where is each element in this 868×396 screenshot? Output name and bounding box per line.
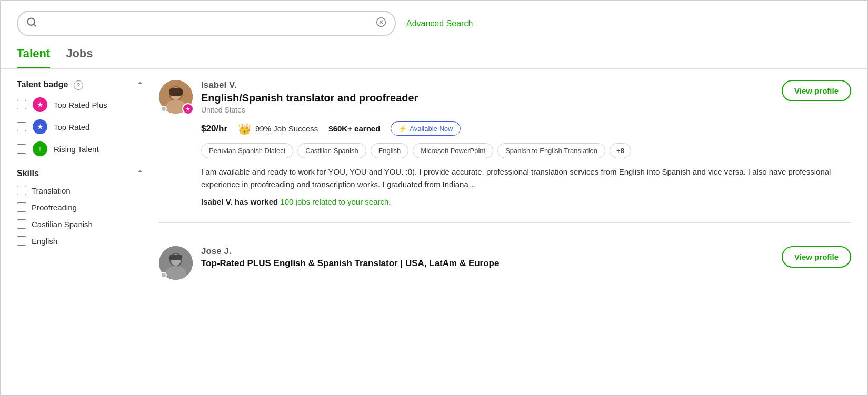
results-container: ★ Isabel V. English/Spanish translator a… <box>159 80 851 280</box>
avatar-jose <box>159 246 193 280</box>
svg-line-1 <box>34 24 36 26</box>
skill-tag-4-isabel: Spanish to English Translation <box>497 143 605 158</box>
checkbox-english[interactable] <box>17 236 26 246</box>
talent-badge-filter: Talent badge ? ⌃ ★ Top Rated Plus ★ Top … <box>17 80 143 156</box>
top-rated-badge-icon: ★ <box>33 119 47 134</box>
rising-talent-label: Rising Talent <box>54 145 99 154</box>
freelancer-name-isabel: Isabel V. <box>201 80 418 90</box>
status-dot-jose <box>161 272 167 278</box>
crown-icon-isabel: 👑 <box>238 123 251 135</box>
skills-chevron: ⌃ <box>137 169 143 178</box>
rising-talent-badge-icon: ↑ <box>33 141 47 156</box>
freelancer-title-isabel: English/Spanish translator and proofread… <box>201 92 418 104</box>
filter-skill-castilian-spanish: Castilian Spanish <box>17 219 143 229</box>
filter-skill-proofreading: Proofreading <box>17 202 143 212</box>
job-success-pct-isabel: 99% Job Success <box>255 124 318 133</box>
skill-english-label: English <box>32 237 57 246</box>
job-success-isabel: 👑 99% Job Success <box>238 123 318 135</box>
available-now-label-isabel: Available Now <box>410 125 453 133</box>
skills-header[interactable]: Skills ⌃ <box>17 169 143 178</box>
tab-jobs[interactable]: Jobs <box>66 42 93 68</box>
talent-badge-help-icon[interactable]: ? <box>74 80 83 90</box>
search-container: spanish translator Advanced Search <box>1 1 867 42</box>
view-profile-button-isabel[interactable]: View profile <box>782 80 851 101</box>
filter-rising-talent: ↑ Rising Talent <box>17 141 143 156</box>
skills-tags-isabel: Peruvian Spanish Dialect Castilian Spani… <box>201 143 851 158</box>
search-input[interactable]: spanish translator <box>42 19 371 28</box>
tab-talent[interactable]: Talent <box>17 42 50 68</box>
jobs-related-isabel: Isabel V. has worked 100 jobs related to… <box>201 197 851 206</box>
search-icon <box>26 17 37 30</box>
jobs-related-prefix-isabel: Isabel V. has worked <box>201 197 280 206</box>
top-rated-label: Top Rated <box>54 123 89 131</box>
filter-top-rated-plus: ★ Top Rated Plus <box>17 97 143 112</box>
top-rated-plus-badge-icon: ★ <box>33 97 47 112</box>
filter-skill-english: English <box>17 236 143 246</box>
status-dot-isabel <box>161 106 167 112</box>
top-rated-badge-isabel: ★ <box>182 103 194 115</box>
skill-translation-label: Translation <box>32 186 71 195</box>
result-card-jose: Jose J. Top-Rated PLUS English & Spanish… <box>159 236 851 280</box>
advanced-search-link[interactable]: Advanced Search <box>406 19 473 28</box>
svg-rect-9 <box>169 88 183 96</box>
freelancer-details-jose: Jose J. Top-Rated PLUS English & Spanish… <box>201 246 499 280</box>
result-header-jose: Jose J. Top-Rated PLUS English & Spanish… <box>159 246 851 280</box>
checkbox-translation[interactable] <box>17 186 26 195</box>
clear-icon[interactable] <box>376 17 386 30</box>
svg-rect-14 <box>169 255 182 260</box>
top-rated-plus-label: Top Rated Plus <box>54 100 107 109</box>
skills-filter: Skills ⌃ Translation Proofreading Castil… <box>17 169 143 246</box>
checkbox-top-rated-plus[interactable] <box>17 100 26 109</box>
lightning-icon-isabel: ⚡ <box>398 125 407 133</box>
bio-text-isabel: I am available and ready to work for YOU… <box>201 166 851 191</box>
view-profile-button-jose[interactable]: View profile <box>782 246 851 268</box>
skills-label: Skills <box>17 169 39 178</box>
skill-tag-more-isabel: +8 <box>610 143 631 158</box>
checkbox-rising-talent[interactable] <box>17 144 26 154</box>
available-now-badge-isabel: ⚡ Available Now <box>391 121 461 136</box>
filter-skill-translation: Translation <box>17 186 143 195</box>
checkbox-proofreading[interactable] <box>17 202 26 212</box>
jobs-related-count-isabel: 100 jobs related to your search <box>280 197 388 206</box>
tabs-container: Talent Jobs <box>1 42 867 69</box>
result-card-isabel: ★ Isabel V. English/Spanish translator a… <box>159 80 851 223</box>
filter-top-rated: ★ Top Rated <box>17 119 143 134</box>
checkbox-top-rated[interactable] <box>17 122 26 131</box>
freelancer-name-jose: Jose J. <box>201 246 499 257</box>
sidebar: Talent badge ? ⌃ ★ Top Rated Plus ★ Top … <box>17 80 143 280</box>
freelancer-details-isabel: Isabel V. English/Spanish translator and… <box>201 80 418 114</box>
checkbox-castilian-spanish[interactable] <box>17 219 26 229</box>
main-layout: Talent badge ? ⌃ ★ Top Rated Plus ★ Top … <box>1 69 867 290</box>
skill-tag-2-isabel: English <box>371 143 409 158</box>
skill-castilian-spanish-label: Castilian Spanish <box>32 220 93 229</box>
skill-tag-1-isabel: Castilian Spanish <box>297 143 366 158</box>
talent-badge-chevron: ⌃ <box>137 81 143 89</box>
freelancer-title-jose: Top-Rated PLUS English & Spanish Transla… <box>201 258 499 269</box>
result-info-isabel: ★ Isabel V. English/Spanish translator a… <box>159 80 782 114</box>
talent-badge-header[interactable]: Talent badge ? ⌃ <box>17 80 143 90</box>
freelancer-location-isabel: United States <box>201 106 418 114</box>
jobs-related-suffix-isabel: . <box>388 197 391 206</box>
talent-badge-label: Talent badge <box>17 80 68 89</box>
stat-rate-isabel: $20/hr <box>201 124 227 134</box>
skill-proofreading-label: Proofreading <box>32 203 77 212</box>
result-stats-isabel: $20/hr 👑 99% Job Success $60K+ earned ⚡ … <box>201 121 851 136</box>
avatar-isabel: ★ <box>159 80 193 114</box>
result-info-jose: Jose J. Top-Rated PLUS English & Spanish… <box>159 246 782 280</box>
earned-isabel: $60K+ earned <box>328 124 380 133</box>
search-bar: spanish translator <box>17 11 396 36</box>
result-header-isabel: ★ Isabel V. English/Spanish translator a… <box>159 80 851 114</box>
skill-tag-3-isabel: Microsoft PowerPoint <box>413 143 493 158</box>
skill-tag-0-isabel: Peruvian Spanish Dialect <box>201 143 293 158</box>
